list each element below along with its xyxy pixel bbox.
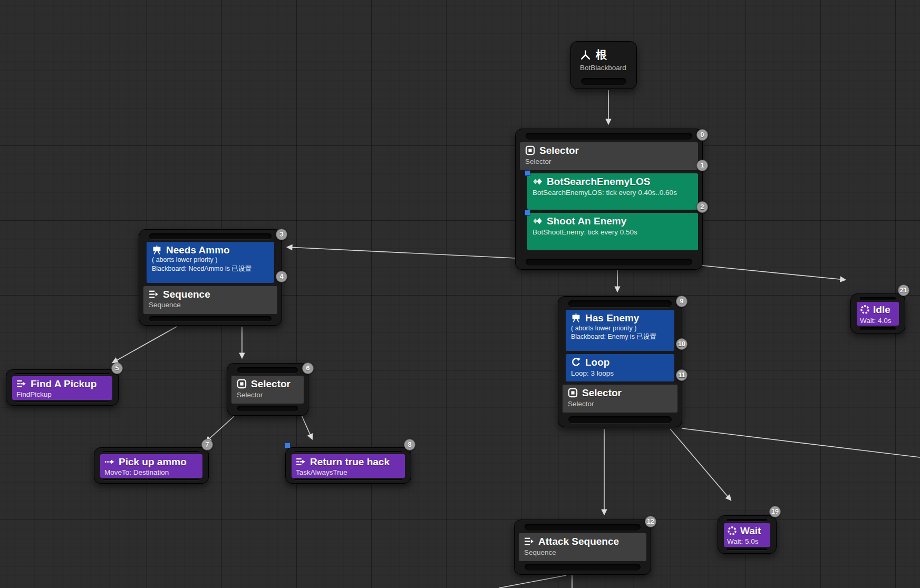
- service-bot-search-enemy-los[interactable]: BotSearchEnemyLOS BotSearchEnemyLOS: tic…: [527, 173, 698, 210]
- task-subtitle: Wait: 5.0s: [727, 537, 767, 545]
- sequence-icon: [524, 536, 534, 546]
- output-pin[interactable]: [149, 316, 272, 322]
- wire-has-enemy-to-wait: [670, 429, 731, 500]
- decorator-detail: ( aborts lower priority ): [571, 324, 669, 332]
- input-pin[interactable]: [860, 297, 896, 300]
- task-idle[interactable]: Idle Wait: 4.0s: [857, 302, 899, 326]
- blue-marker: [285, 443, 290, 448]
- service-subtitle: BotSearchEnemyLOS: tick every 0.40s..0.6…: [532, 189, 693, 197]
- wire-selector-to-pick-up-ammo: [206, 416, 234, 442]
- order-badge: 19: [769, 506, 781, 517]
- selector-icon: [237, 379, 247, 389]
- task-return-true-hack[interactable]: Return true hack TaskAlwaysTrue: [292, 454, 405, 478]
- input-pin[interactable]: [237, 367, 298, 373]
- root-title: 根: [596, 47, 607, 62]
- node-has-enemy[interactable]: 9 10 11 Has Enemy ( aborts lower priorit…: [558, 296, 682, 427]
- wire-selector-to-return-true-hack: [301, 413, 312, 439]
- task-subtitle: FindPickup: [16, 390, 108, 398]
- output-pin[interactable]: [860, 327, 896, 330]
- task-subtitle: TaskAlwaysTrue: [296, 468, 401, 476]
- node-attack-sequence[interactable]: 12 Attack Sequence Sequence: [514, 520, 651, 575]
- input-pin[interactable]: [15, 373, 109, 374]
- node-subtitle: Selector: [525, 158, 693, 165]
- task-pick-up-ammo[interactable]: Pick up ammo MoveTo: Destination: [100, 454, 202, 478]
- order-badge: 10: [676, 338, 687, 350]
- wire-layer: [0, 0, 920, 588]
- output-pin[interactable]: [568, 416, 672, 423]
- composite-selector-section[interactable]: Selector Selector: [231, 376, 304, 404]
- composite-sequence-section[interactable]: Sequence Sequence: [143, 286, 277, 314]
- output-pin[interactable]: [15, 401, 109, 403]
- blue-marker: [525, 210, 530, 215]
- sequence-icon: [149, 289, 159, 299]
- node-root[interactable]: 根 BotBlackboard: [570, 41, 637, 89]
- input-pin[interactable]: [525, 524, 641, 531]
- output-pin[interactable]: [526, 259, 692, 266]
- task-subtitle: MoveTo: Destination: [104, 468, 198, 476]
- input-pin[interactable]: [727, 519, 767, 521]
- task-title: Return true hack: [310, 456, 390, 468]
- node-find-a-pickup[interactable]: 5 Find A Pickup FindPickup: [6, 369, 119, 406]
- order-badge: 8: [404, 439, 415, 450]
- move-to-icon: [104, 457, 114, 467]
- order-badge: 2: [696, 201, 708, 213]
- order-badge: 3: [276, 229, 287, 240]
- service-title: BotSearchEnemyLOS: [547, 176, 650, 188]
- decorator-loop[interactable]: Loop Loop: 3 loops: [566, 354, 674, 381]
- node-title: Selector: [582, 387, 622, 399]
- node-selector-main[interactable]: 0 1 2 Selector Selector BotSearchEnemyLO…: [515, 129, 703, 270]
- decorator-has-enemy[interactable]: Has Enemy ( aborts lower priority ) Blac…: [566, 310, 674, 351]
- input-pin[interactable]: [526, 133, 692, 140]
- service-icon: [532, 177, 543, 187]
- node-return-true-hack[interactable]: 8 Return true hack TaskAlwaysTrue: [285, 447, 411, 484]
- blue-marker: [525, 170, 530, 176]
- decorator-detail: Blackboard: NeedAmmo is 已设置: [152, 264, 269, 273]
- node-title: Selector: [251, 378, 290, 390]
- order-badge: 0: [696, 129, 708, 141]
- decorator-title: Needs Ammo: [166, 244, 230, 256]
- node-title: Attack Sequence: [538, 536, 619, 547]
- behavior-tree-graph-canvas[interactable]: 根 BotBlackboard 0 1 2 Selector Selector …: [0, 0, 920, 588]
- order-badge: 11: [676, 369, 687, 381]
- node-wait[interactable]: 19 Wait Wait: 5.0s: [718, 515, 777, 554]
- output-pin[interactable]: [727, 548, 767, 551]
- decorator-title: Has Enemy: [585, 312, 639, 324]
- order-badge: 12: [645, 516, 656, 527]
- task-find-a-pickup[interactable]: Find A Pickup FindPickup: [12, 376, 112, 400]
- root-body: 根 BotBlackboard: [574, 43, 634, 73]
- task-wait[interactable]: Wait Wait: 5.0s: [724, 523, 770, 547]
- node-idle[interactable]: 21 Idle Wait: 4.0s: [850, 293, 905, 334]
- composite-selector-section[interactable]: Selector Selector: [563, 385, 677, 413]
- order-badge: 5: [111, 362, 123, 374]
- node-needs-ammo[interactable]: 3 4 Needs Ammo ( aborts lower priority )…: [139, 229, 282, 326]
- input-pin[interactable]: [149, 233, 272, 239]
- wire-selector-to-needs-ammo: [287, 247, 516, 258]
- node-title: Selector: [539, 145, 579, 156]
- output-pin[interactable]: [295, 479, 402, 481]
- composite-selector-section[interactable]: Selector Selector: [520, 142, 698, 170]
- decorator-detail: ( aborts lower priority ): [152, 256, 269, 264]
- wire-sequence-to-find-a-pickup: [113, 327, 177, 362]
- root-subtitle: BotBlackboard: [580, 64, 627, 72]
- node-subtitle: Selector: [237, 391, 298, 399]
- output-pin[interactable]: [103, 479, 199, 481]
- node-pick-up-ammo[interactable]: 7 Pick up ammo MoveTo: Destination: [94, 447, 209, 484]
- task-title: Find A Pickup: [31, 378, 96, 390]
- input-pin[interactable]: [103, 451, 199, 452]
- root-output-pin[interactable]: [581, 78, 626, 85]
- service-shoot-an-enemy[interactable]: Shoot An Enemy BotShootEnemy: tick every…: [527, 213, 698, 250]
- output-pin[interactable]: [237, 406, 298, 411]
- order-badge: 4: [276, 271, 287, 282]
- decorator-needs-ammo[interactable]: Needs Ammo ( aborts lower priority ) Bla…: [147, 242, 274, 283]
- node-subtitle: Sequence: [524, 548, 641, 556]
- wire-has-enemy-to-offscreen-right: [682, 428, 920, 457]
- output-pin[interactable]: [525, 564, 641, 571]
- task-icon: [16, 379, 26, 389]
- input-pin[interactable]: [295, 451, 402, 452]
- decorator-detail: Blackboard: Enemy is 已设置: [571, 332, 669, 341]
- composite-sequence-section[interactable]: Attack Sequence Sequence: [519, 533, 646, 561]
- wire-attack-sequence-down-left: [499, 575, 566, 588]
- wait-icon: [860, 305, 870, 315]
- input-pin[interactable]: [568, 300, 672, 307]
- node-selector-mid[interactable]: 6 Selector Selector: [227, 363, 308, 416]
